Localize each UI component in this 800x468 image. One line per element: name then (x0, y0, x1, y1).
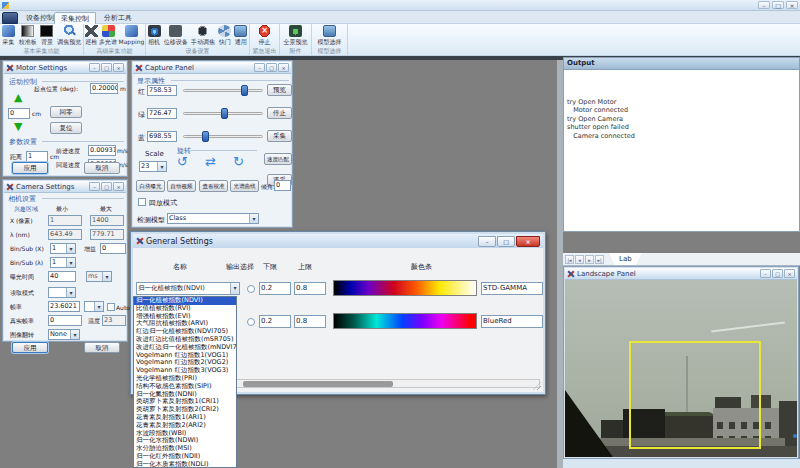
list-item[interactable]: 类胡萝卜素反射指数1(CRI1) (134, 398, 236, 406)
stage-button[interactable]: 位移设备 (164, 25, 188, 47)
shutter-button[interactable]: 快门 (218, 25, 231, 47)
calibration-board-button[interactable]: 校准板 (19, 25, 37, 47)
maximize-icon[interactable]: □ (772, 1, 784, 9)
jog-up-icon[interactable]: ▲ (14, 92, 22, 103)
list-item[interactable]: Vogelmann 红边指数2(VOG2) (134, 359, 236, 367)
bin-lambda-select[interactable]: 1 (50, 257, 76, 268)
list-item[interactable]: 结构不敏感色素指数(SIPI) (134, 383, 236, 391)
framerate-input[interactable]: 23.6021 (48, 301, 80, 312)
green-wavelength-input[interactable]: 726.47 (147, 108, 177, 119)
auto-video-button[interactable]: 自动视频 (167, 180, 196, 192)
gain-input[interactable]: 0 (100, 243, 126, 254)
minimize-icon[interactable]: – (758, 1, 770, 9)
stop-button[interactable]: 停止 (258, 25, 271, 47)
forward-speed-input[interactable]: 0.00931 (88, 145, 116, 156)
next-tab-icon[interactable]: ▸ (585, 255, 594, 264)
list-item[interactable]: 归一化植被指数(NDVI) (134, 297, 236, 305)
index-select-row1[interactable]: 归一化植被指数(NDVI) (136, 282, 240, 295)
list-item[interactable]: 归一化水指数(NDWI) (134, 437, 236, 445)
model-select-button[interactable]: 模型选择 (318, 25, 342, 47)
general-button[interactable]: 通用 (234, 25, 247, 47)
patrol-button[interactable]: 巡检 (85, 25, 98, 47)
close-icon[interactable]: × (784, 269, 795, 278)
capture-button[interactable]: 采集 (2, 25, 15, 47)
minimize-icon[interactable]: – (760, 269, 771, 278)
motor-settings-titlebar[interactable]: Motor Settings – □ × (4, 62, 126, 74)
apply-button[interactable]: 应用 (12, 342, 48, 353)
manual-focus-button[interactable]: 手动调焦 (191, 25, 215, 47)
exposure-input[interactable]: 40 (48, 271, 76, 282)
app-menu-button[interactable] (2, 12, 18, 24)
reset-button[interactable]: 复位 (50, 122, 82, 134)
blue-slider[interactable] (183, 131, 263, 142)
list-item[interactable]: Vogelmann 红边指数3(VOG3) (134, 367, 236, 375)
auto-framerate-checkbox[interactable] (107, 303, 115, 311)
list-item[interactable]: 光化学植被指数(PRI) (134, 375, 236, 383)
tilt-input[interactable]: 0 (274, 180, 291, 191)
playback-mode-checkbox[interactable] (138, 198, 146, 206)
rotate-left-icon[interactable]: ↺ (177, 154, 188, 169)
tab-capture-control[interactable]: 采集控制 (54, 12, 96, 24)
lower-limit-input-row2[interactable]: 0.2 (259, 315, 291, 328)
stop-button[interactable]: 停止 (267, 107, 292, 119)
colormap-name-row2[interactable]: BlueRed (481, 315, 543, 328)
minimize-icon[interactable]: – (254, 63, 265, 72)
colormap-name-row1[interactable]: STD-GAMMA (481, 282, 543, 295)
close-icon[interactable]: × (516, 236, 540, 247)
close-icon[interactable]: × (786, 1, 798, 9)
list-item[interactable]: 归一化木质素指数(NDLI) (134, 461, 236, 468)
output-panel-header[interactable]: Output (564, 58, 799, 70)
prev-tab-icon[interactable]: ◂ (575, 255, 584, 264)
list-item[interactable]: 花青素反射指数2(ARI2) (134, 422, 236, 430)
maximize-icon[interactable]: □ (266, 63, 277, 72)
red-slider[interactable] (183, 85, 263, 96)
list-item[interactable]: 增强植被指数(EVI) (134, 313, 236, 321)
minimize-icon[interactable]: – (478, 236, 496, 247)
list-item[interactable]: 红边归一化植被指数(NDVI705) (134, 328, 236, 336)
capture-panel-titlebar[interactable]: Capture Panel – □ × (133, 62, 291, 74)
camera-live-view[interactable] (565, 280, 797, 457)
multispectral-button[interactable]: 多光谱 (99, 25, 117, 47)
roi-overlay-rectangle[interactable] (629, 341, 761, 449)
upper-limit-input-row1[interactable]: 0.8 (294, 282, 326, 295)
tab-lab[interactable]: Lab (609, 253, 642, 265)
list-item[interactable]: 改进红边归一化植被指数(mNDVI705) (134, 344, 236, 352)
maximize-icon[interactable]: □ (101, 63, 112, 72)
blue-wavelength-input[interactable]: 698.55 (147, 131, 177, 142)
lower-limit-input-row1[interactable]: 0.2 (259, 282, 291, 295)
list-item[interactable]: 比值植被指数(RVI) (134, 305, 236, 313)
list-item[interactable]: 类胡萝卜素反射指数2(CRI2) (134, 406, 236, 414)
list-item[interactable]: Vogelmann 红边指数1(VOG1) (134, 352, 236, 360)
cancel-button[interactable]: 取消 (84, 342, 120, 353)
detection-model-select[interactable]: Class (167, 213, 259, 224)
last-tab-icon[interactable]: ▸| (595, 255, 604, 264)
list-item[interactable]: 改进红边比值植被指数(mSR705) (134, 336, 236, 344)
framerate-unit-select[interactable] (84, 301, 104, 312)
list-item[interactable]: 大气阻抗植被指数(ARVI) (134, 320, 236, 328)
maximize-icon[interactable]: □ (101, 182, 112, 191)
general-settings-titlebar[interactable]: General Settings – □ × (133, 234, 543, 248)
jog-down-icon[interactable]: ▼ (14, 121, 22, 132)
minimize-icon[interactable]: – (89, 63, 100, 72)
output-checkbox-row2[interactable] (247, 318, 255, 326)
spectral-curve-button[interactable]: 光谱曲线 (230, 180, 259, 192)
background-button[interactable]: 背景 (40, 25, 53, 47)
red-wavelength-input[interactable]: 758.53 (147, 85, 177, 96)
bin-x-select[interactable]: 1 (50, 243, 76, 254)
scrollbar-thumb[interactable] (243, 381, 393, 387)
camera-settings-titlebar[interactable]: Camera Settings – □ × (4, 181, 126, 193)
image-flip-select[interactable]: None (48, 329, 80, 340)
apply-button[interactable]: 应用 (12, 162, 48, 174)
panorama-preview-button[interactable]: 全景预览 (284, 25, 308, 47)
view-calibration-button[interactable]: 查看校准 (199, 180, 228, 192)
landscape-panel-titlebar[interactable]: Landscape Panel – □ × (565, 268, 797, 280)
zero-button[interactable]: 回零 (50, 106, 82, 118)
flip-icon[interactable]: ⇄ (205, 154, 216, 169)
green-slider[interactable] (183, 108, 263, 119)
list-item[interactable]: 花青素反射指数1(ARI1) (134, 414, 236, 422)
acquire-button[interactable]: 采集 (267, 130, 292, 142)
cancel-button[interactable]: 取消 (84, 162, 120, 174)
white-block-exposure-button[interactable]: 白块曝光 (136, 180, 165, 192)
list-item[interactable]: 归一化氮指数(NDNI) (134, 391, 236, 399)
scale-select[interactable]: 23 (139, 161, 167, 172)
